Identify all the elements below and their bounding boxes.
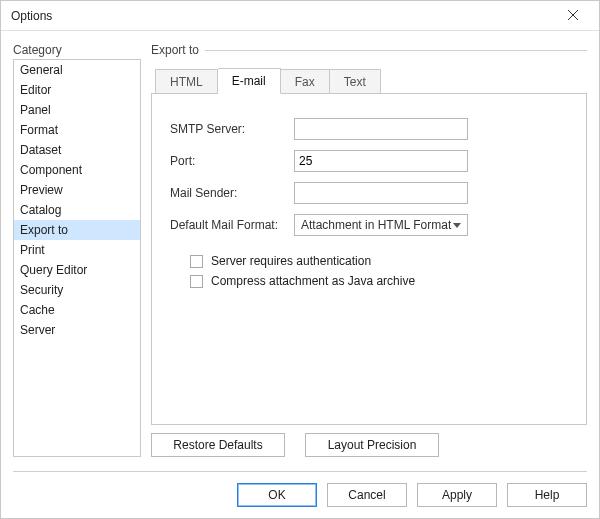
- restore-defaults-button[interactable]: Restore Defaults: [151, 433, 285, 457]
- select-value: Attachment in HTML Format: [301, 218, 451, 232]
- label-smtp: SMTP Server:: [170, 122, 294, 136]
- tab[interactable]: Fax: [281, 69, 330, 94]
- row-smtp: SMTP Server:: [170, 118, 568, 140]
- window-title: Options: [11, 9, 52, 23]
- tab[interactable]: E-mail: [218, 68, 281, 94]
- options-dialog: Options Category GeneralEditorPanelForma…: [0, 0, 600, 519]
- cancel-label: Cancel: [348, 488, 385, 502]
- layout-precision-button[interactable]: Layout Precision: [305, 433, 439, 457]
- category-item[interactable]: Format: [14, 120, 140, 140]
- restore-defaults-label: Restore Defaults: [173, 438, 262, 452]
- label-port: Port:: [170, 154, 294, 168]
- layout-precision-label: Layout Precision: [328, 438, 417, 452]
- input-port[interactable]: [294, 150, 468, 172]
- group-rule: [205, 50, 587, 51]
- category-item[interactable]: Editor: [14, 80, 140, 100]
- category-item[interactable]: Query Editor: [14, 260, 140, 280]
- category-label: Category: [13, 43, 141, 57]
- checkbox-auth[interactable]: [190, 255, 203, 268]
- label-auth: Server requires authentication: [211, 254, 371, 268]
- category-item[interactable]: Server: [14, 320, 140, 340]
- select-default-mail-format[interactable]: Attachment in HTML Format: [294, 214, 468, 236]
- category-column: Category GeneralEditorPanelFormatDataset…: [13, 43, 141, 457]
- tabstrip: HTMLE-mailFaxText: [151, 65, 587, 93]
- help-button[interactable]: Help: [507, 483, 587, 507]
- category-item[interactable]: Component: [14, 160, 140, 180]
- ok-label: OK: [268, 488, 285, 502]
- close-button[interactable]: [553, 2, 593, 30]
- category-list[interactable]: GeneralEditorPanelFormatDatasetComponent…: [13, 59, 141, 457]
- category-label-text: Category: [13, 43, 62, 57]
- dialog-body: Category GeneralEditorPanelFormatDataset…: [1, 31, 599, 457]
- lower-buttons: Restore Defaults Layout Precision: [151, 433, 587, 457]
- chevron-down-icon: [453, 223, 461, 228]
- apply-button[interactable]: Apply: [417, 483, 497, 507]
- tabs-area: HTMLE-mailFaxText SMTP Server: Port: Mai…: [151, 65, 587, 457]
- footer: OK Cancel Apply Help: [1, 472, 599, 518]
- row-format: Default Mail Format: Attachment in HTML …: [170, 214, 568, 236]
- category-item[interactable]: Cache: [14, 300, 140, 320]
- ok-button[interactable]: OK: [237, 483, 317, 507]
- category-item[interactable]: Export to: [14, 220, 140, 240]
- checkbox-compress[interactable]: [190, 275, 203, 288]
- export-to-group-text: Export to: [151, 43, 199, 57]
- category-item[interactable]: General: [14, 60, 140, 80]
- settings-column: Export to HTMLE-mailFaxText SMTP Server:…: [151, 43, 587, 457]
- row-auth: Server requires authentication: [190, 254, 568, 268]
- category-item[interactable]: Security: [14, 280, 140, 300]
- tab[interactable]: HTML: [155, 69, 218, 94]
- category-item[interactable]: Print: [14, 240, 140, 260]
- input-smtp-server[interactable]: [294, 118, 468, 140]
- row-port: Port:: [170, 150, 568, 172]
- close-icon: [568, 9, 578, 23]
- titlebar: Options: [1, 1, 599, 31]
- category-item[interactable]: Preview: [14, 180, 140, 200]
- label-sender: Mail Sender:: [170, 186, 294, 200]
- apply-label: Apply: [442, 488, 472, 502]
- category-item[interactable]: Catalog: [14, 200, 140, 220]
- export-to-group-label: Export to: [151, 43, 587, 57]
- help-label: Help: [535, 488, 560, 502]
- tab-panel-email: SMTP Server: Port: Mail Sender: Default …: [151, 93, 587, 425]
- row-sender: Mail Sender:: [170, 182, 568, 204]
- category-item[interactable]: Dataset: [14, 140, 140, 160]
- category-item[interactable]: Panel: [14, 100, 140, 120]
- row-compress: Compress attachment as Java archive: [190, 274, 568, 288]
- cancel-button[interactable]: Cancel: [327, 483, 407, 507]
- tab[interactable]: Text: [330, 69, 381, 94]
- input-mail-sender[interactable]: [294, 182, 468, 204]
- label-compress: Compress attachment as Java archive: [211, 274, 415, 288]
- label-format: Default Mail Format:: [170, 218, 294, 232]
